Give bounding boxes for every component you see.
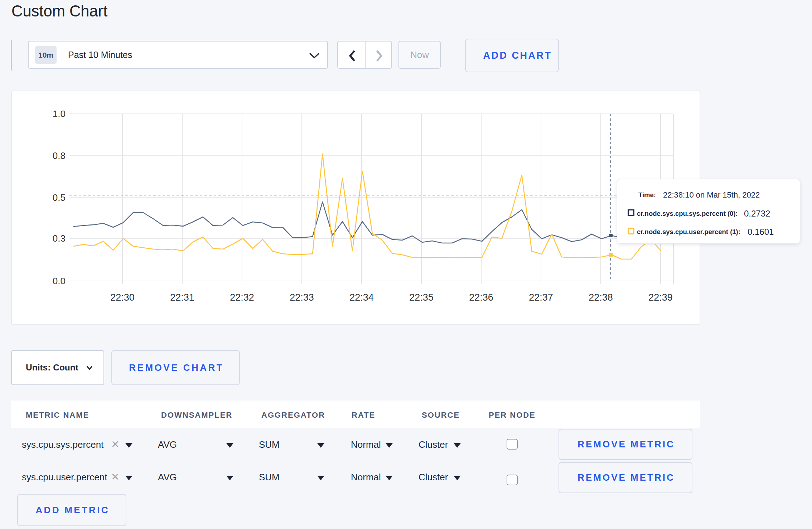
svg-text:0.0: 0.0 [53,276,66,286]
svg-text:22:36: 22:36 [469,292,493,303]
svg-text:1.0: 1.0 [53,108,66,119]
svg-text:22:34: 22:34 [349,292,374,303]
svg-text:22:35: 22:35 [409,292,434,303]
svg-text:22:38: 22:38 [589,292,613,303]
svg-text:22:32: 22:32 [230,292,254,303]
svg-text:22:30: 22:30 [110,292,135,303]
svg-text:22:39: 22:39 [648,292,673,303]
svg-text:0.3: 0.3 [53,233,66,244]
svg-text:0.8: 0.8 [53,150,66,161]
svg-text:22:37: 22:37 [529,292,553,303]
svg-text:0.5: 0.5 [53,192,66,203]
svg-text:22:31: 22:31 [170,292,194,303]
svg-text:22:33: 22:33 [290,292,314,303]
